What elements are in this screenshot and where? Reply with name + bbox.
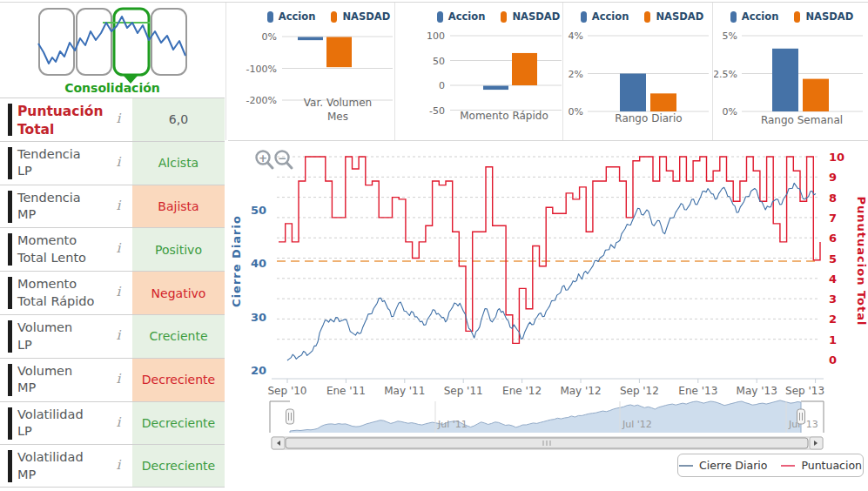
info-icon[interactable]: i <box>111 371 125 387</box>
row-label: VolumenLP <box>17 319 109 353</box>
svg-text:8: 8 <box>829 192 837 205</box>
svg-text:100: 100 <box>427 30 445 42</box>
row-label: MomentoTotal Lento <box>17 232 109 266</box>
info-icon[interactable]: i <box>111 240 125 256</box>
svg-text:0: 0 <box>829 353 837 367</box>
info-icon[interactable]: i <box>111 414 125 430</box>
svg-text:3: 3 <box>829 293 837 306</box>
svg-text:9: 9 <box>829 171 837 184</box>
row-marker <box>8 233 12 266</box>
info-icon[interactable]: i <box>111 284 125 299</box>
svg-text:40: 40 <box>251 257 266 270</box>
score-row-volumen-lp: VolumenLP i Creciente <box>0 314 225 358</box>
row-label: TendenciaLP <box>17 146 109 180</box>
svg-text:Var. Volumen: Var. Volumen <box>304 97 372 109</box>
svg-text:30: 30 <box>251 311 266 324</box>
row-marker <box>8 277 12 309</box>
svg-text:20: 20 <box>251 364 266 377</box>
score-row-momento-lento: MomentoTotal Lento i Positivo <box>0 227 225 271</box>
svg-text:2%: 2% <box>569 69 583 80</box>
svg-text:Ene '12: Ene '12 <box>502 385 542 397</box>
svg-text:0%: 0% <box>723 106 737 118</box>
row-value: Creciente <box>132 315 225 358</box>
svg-text:Ene '11: Ene '11 <box>326 385 366 397</box>
score-row-momento-rapido: MomentoTotal Rápido i Negativo <box>0 271 225 314</box>
legend-item-cierre-diario[interactable]: Cierre Diario <box>679 459 767 472</box>
row-label: VolatilidadLP <box>17 407 109 441</box>
svg-text:4%: 4% <box>569 30 583 42</box>
score-rows: PuntuaciónTotal i 6,0 TendenciaLP i Alci… <box>0 98 225 488</box>
svg-text:50: 50 <box>433 56 445 67</box>
svg-text:Rango Semanal: Rango Semanal <box>761 114 843 126</box>
puntuacion-swatch <box>781 465 795 467</box>
svg-text:Sep '13: Sep '13 <box>785 385 824 397</box>
row-label: TendenciaMP <box>17 190 109 224</box>
scrollbar-right-button[interactable] <box>810 437 823 449</box>
svg-text:Momento Rápido: Momento Rápido <box>460 110 548 122</box>
row-marker <box>8 407 12 440</box>
legend-item-puntuacion[interactable]: Puntuacion <box>781 459 862 472</box>
zoom-out-icon[interactable]: − <box>276 151 293 169</box>
row-value: Bajista <box>132 185 225 228</box>
svg-text:+: + <box>259 152 267 165</box>
svg-text:4: 4 <box>829 272 837 286</box>
rango-diario-chart: 4%2%0%Rango Diario <box>564 0 714 139</box>
svg-text:5: 5 <box>829 252 837 266</box>
row-marker <box>8 364 12 396</box>
row-value: Positivo <box>132 228 225 271</box>
svg-text:0: 0 <box>439 80 445 91</box>
score-row-volatilidad-lp: VolatilidadLP i Decreciente <box>0 401 225 445</box>
row-value: Decreciente <box>132 359 225 401</box>
momento-rapido-chart: 100500-50Momento Rápido <box>396 0 564 139</box>
panel-divider-1 <box>225 3 226 140</box>
scrollbar-left-button[interactable] <box>272 437 285 449</box>
row-value: Alcista <box>132 142 225 185</box>
svg-text:1: 1 <box>829 333 837 346</box>
scorecard-panel: Consolidación PuntuaciónTotal i 6,0 Tend… <box>0 0 225 491</box>
svg-text:-50: -50 <box>429 105 445 117</box>
row-value: Decreciente <box>132 445 225 487</box>
row-label: MomentoTotal Rápido <box>17 276 109 310</box>
svg-text:0%: 0% <box>569 106 583 118</box>
rango-semanal-chart: 5%2.5%0%Rango Semanal <box>714 0 868 139</box>
svg-text:May '13: May '13 <box>737 385 777 397</box>
var-volumen-mes-chart: 0%-100%-200%Var. VolumenMes <box>228 0 396 139</box>
zoom-in-icon[interactable]: + <box>257 151 273 169</box>
svg-text:Punutuacion Total: Punutuacion Total <box>855 197 868 326</box>
chart-legend: Cierre Diario Puntuacion <box>677 454 864 477</box>
score-row-tendencia-mp: TendenciaMP i Bajista <box>0 185 225 228</box>
svg-text:May '12: May '12 <box>560 385 601 397</box>
svg-text:Sep '12: Sep '12 <box>620 385 659 397</box>
svg-text:-200%: -200% <box>246 95 277 106</box>
row-value: 6,0 <box>132 98 225 141</box>
info-icon[interactable]: i <box>111 154 125 170</box>
info-icon[interactable]: i <box>111 111 125 126</box>
svg-text:Ene '13: Ene '13 <box>678 385 717 397</box>
svg-text:−: − <box>278 152 286 165</box>
cierre-diario-swatch <box>679 465 693 467</box>
info-icon[interactable]: i <box>111 327 125 343</box>
row-label: VolumenMP <box>17 363 109 397</box>
score-row-puntuacion-total: PuntuaciónTotal i 6,0 <box>0 98 225 141</box>
info-icon[interactable]: i <box>111 198 125 213</box>
svg-text:5%: 5% <box>723 30 737 42</box>
svg-text:Jul '11: Jul '11 <box>437 419 468 430</box>
svg-text:Rango Diario: Rango Diario <box>615 112 682 124</box>
navigator-handle-right[interactable] <box>797 409 805 424</box>
cierre-diario-puntuacion-chart: Sep '10Ene '11May '11Sep '11Ene '12May '… <box>228 139 868 491</box>
svg-text:May '11: May '11 <box>384 385 425 397</box>
score-row-tendencia-lp: TendenciaLP i Alcista <box>0 141 225 185</box>
score-row-volatilidad-mp: VolatilidadMP i Decreciente <box>0 444 225 488</box>
row-marker <box>8 191 12 223</box>
main-chart-panel: Sep '10Ene '11May '11Sep '11Ene '12May '… <box>228 139 868 491</box>
row-label: PuntuaciónTotal <box>17 103 109 139</box>
scrollbar-thumb[interactable] <box>286 438 808 448</box>
svg-text:Mes: Mes <box>327 111 348 123</box>
info-icon[interactable]: i <box>111 457 125 473</box>
market-phase-label: Consolidación <box>0 81 225 95</box>
svg-text:Sep '10: Sep '10 <box>268 385 307 397</box>
row-value: Decreciente <box>132 402 225 445</box>
row-label: VolatilidadMP <box>17 449 109 483</box>
svg-text:-100%: -100% <box>246 64 277 75</box>
navigator-handle-left[interactable] <box>286 409 294 424</box>
